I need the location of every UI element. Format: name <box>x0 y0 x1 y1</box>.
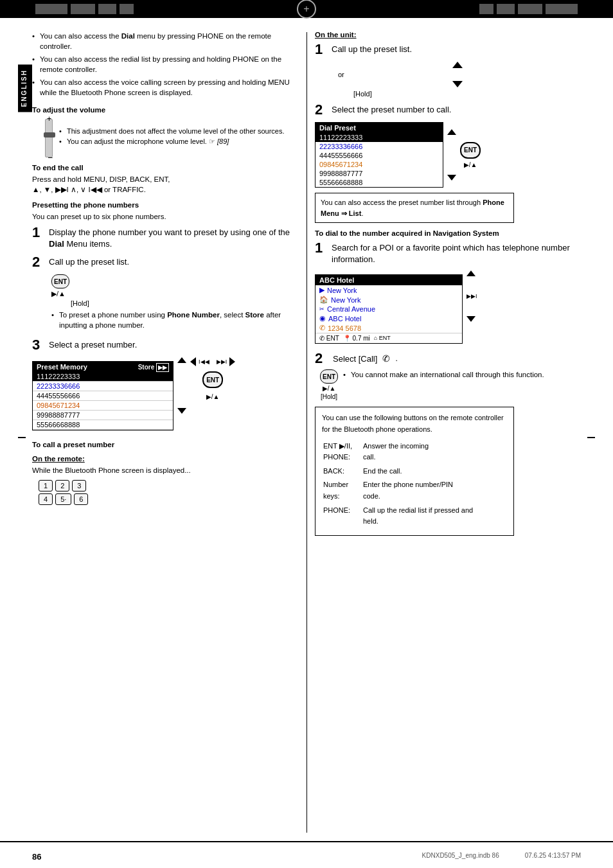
down-arrow[interactable] <box>452 81 463 87</box>
volume-illustration: + – This adjustment does not affect the … <box>45 119 302 157</box>
play-pause-step2: ▶/▲ <box>323 385 336 392</box>
nav-controls: I◀◀ ▶▶I ENT ▶/▲ <box>190 357 235 400</box>
info-key-2: BACK: <box>323 466 362 479</box>
abc-row-5: ✆ 1234 5678 <box>315 323 462 333</box>
abc-row-text-3: Central Avenue <box>327 305 375 313</box>
step-1: 1 Display the phone number you want to p… <box>32 226 302 250</box>
skip-fwd-icon: ▶▶I <box>466 293 477 299</box>
center-crosshair <box>297 0 316 19</box>
step-num-2: 2 <box>32 255 45 269</box>
dial-row-4[interactable]: 09845671234 <box>315 160 443 169</box>
volume-text-list: This adjustment does not affect the volu… <box>59 127 285 148</box>
presetting-body: You can preset up to six phone numbers. <box>32 211 302 222</box>
down-arrow-box <box>334 81 581 87</box>
table-scrollbar <box>177 357 186 414</box>
dial-row-1[interactable]: 11122223333 <box>315 133 443 142</box>
language-label: ENGLISH <box>18 64 32 112</box>
nav-step-text-2: Select [Call] <box>333 352 377 365</box>
info-box: You can use the following buttons on the… <box>315 407 514 535</box>
preset-row-4[interactable]: 09845671234 <box>33 401 173 411</box>
dial-scroll-up[interactable] <box>447 129 456 135</box>
nav-step-num-2: 2 <box>315 351 328 366</box>
preset-row-3[interactable]: 44455556666 <box>33 391 173 401</box>
step2-ent-block: ENT ▶/▲ [Hold] You cannot make an intern… <box>315 369 581 400</box>
num-key-3[interactable]: 3 <box>72 480 86 492</box>
info-val-4: Call up the redial list if pressed andhe… <box>363 505 506 529</box>
dial-scrollbar <box>447 129 456 181</box>
abc-hotel-table: ABC Hotel ▶ New York 🏠 New York ✂ Centra… <box>315 274 463 344</box>
number-keys-row-1: 1 2 3 <box>39 480 302 492</box>
preset-row-5[interactable]: 99988887777 <box>33 411 173 420</box>
volume-heading: To adjust the volume <box>32 106 302 114</box>
hold-label: [Hold] <box>71 299 302 307</box>
info-key-4: PHONE: <box>323 505 362 529</box>
num-key-6[interactable]: 6 <box>74 493 88 505</box>
preset-note-list: To preset a phone number using Phone Num… <box>51 310 302 330</box>
skip-forward-icon: ▶▶I <box>217 359 227 365</box>
on-unit-heading: On the unit: <box>315 31 581 39</box>
abc-row-3: ✂ Central Avenue <box>315 305 462 314</box>
info-key-3: Number keys: <box>323 479 362 503</box>
top-bar <box>0 0 613 18</box>
dial-row-6[interactable]: 55566668888 <box>315 178 443 187</box>
on-remote-label: On the remote: <box>32 455 302 463</box>
scroll-down-arrow[interactable] <box>177 408 186 414</box>
left-margin-mark <box>18 437 26 438</box>
step-num-3: 3 <box>32 338 45 352</box>
abc-row-text-4: ABC Hotel <box>328 315 361 323</box>
end-call-body: Press and hold MENU, DISP, BACK, ENT, ▲,… <box>32 174 302 195</box>
step2-controls: ENT ▶/▲ [Hold] To preset a phone number … <box>51 274 302 330</box>
file-name: KDNXD505_J_eng.indb 86 <box>422 852 499 862</box>
call-note-bullet: You cannot make an international call th… <box>343 369 544 380</box>
right-arrow[interactable] <box>229 357 235 366</box>
dial-preset-container: Dial Preset 11122223333 22233336666 4445… <box>315 122 581 188</box>
num-key-5[interactable]: 5· <box>55 493 71 505</box>
info-row-3: Number keys: Enter the phone number/PINc… <box>323 479 506 503</box>
num-key-1[interactable]: 1 <box>39 480 53 492</box>
call-preset-heading: To call a preset number <box>32 441 302 448</box>
abc-scrollbar: ▶▶I <box>466 270 477 322</box>
dial-row-3[interactable]: 44455556666 <box>315 151 443 160</box>
preset-row-2[interactable]: 22233336666 <box>33 382 173 391</box>
right-step-1: 1 Call up the preset list. <box>315 42 581 57</box>
abc-hotel-footer: ✆ ENT 📍 0.7 mi ⌂ ENT <box>315 333 462 343</box>
step-text-3: Select a preset number. <box>49 338 137 351</box>
dial-preset-header: Dial Preset <box>315 123 443 133</box>
dial-row-5[interactable]: 99988887777 <box>315 169 443 178</box>
num-key-4[interactable]: 4 <box>39 493 53 505</box>
ent-button[interactable]: ENT <box>51 274 69 288</box>
scroll-up-arrow[interactable] <box>177 357 186 363</box>
right-column: On the unit: 1 Call up the preset list. … <box>315 31 581 536</box>
preset-row-1[interactable]: 11122223333 <box>33 372 173 382</box>
abc-scroll-down[interactable] <box>466 316 475 322</box>
step-text-2: Call up the preset list. <box>49 255 129 268</box>
arrow-or-block: or [Hold] <box>334 62 581 98</box>
right-step-text-1: Call up the preset list. <box>332 42 412 55</box>
preset-header-label: Preset Memory <box>37 363 87 371</box>
up-arrow-box <box>334 62 581 68</box>
bullet-item: You can also access the voice calling sc… <box>32 77 302 98</box>
ent-btn-large[interactable]: ENT <box>202 371 223 388</box>
num-key-2[interactable]: 2 <box>55 480 69 492</box>
abc-scroll-up[interactable] <box>466 270 475 276</box>
page-footer: 86 KDNXD505_J_eng.indb 86 07.6.25 4:13:5… <box>0 852 613 862</box>
left-arrow[interactable] <box>190 357 196 366</box>
call-preset-body: While the Bluetooth Phone screen is disp… <box>32 465 302 475</box>
dial-row-2[interactable]: 22233336666 <box>315 142 443 151</box>
abc-row-1: ▶ New York <box>315 285 462 295</box>
hold-label-step2: [Hold] <box>321 393 337 400</box>
ent-btn-step2[interactable]: ENT <box>320 369 338 384</box>
footer-dist: 📍 0.7 mi <box>343 335 370 342</box>
footer-call-ent: ✆ ENT <box>319 335 339 342</box>
abc-row-icon-4: ◉ <box>319 314 326 323</box>
volume-slider-handle <box>44 132 55 137</box>
volume-bullet-2: You can adjust the microphone volume lev… <box>59 137 285 146</box>
volume-bullet-1: This adjustment does not affect the volu… <box>59 127 285 135</box>
dial-scroll-down[interactable] <box>447 175 456 181</box>
info-val-2: End the call. <box>363 466 506 479</box>
nav-section-heading: To dial to the number acquired in Naviga… <box>315 229 581 237</box>
preset-row-6[interactable]: 55566668888 <box>33 420 173 430</box>
preset-note-bullet: To preset a phone number using Phone Num… <box>51 310 302 330</box>
up-arrow[interactable] <box>452 62 463 68</box>
dial-ent-btn[interactable]: ENT <box>460 142 481 159</box>
